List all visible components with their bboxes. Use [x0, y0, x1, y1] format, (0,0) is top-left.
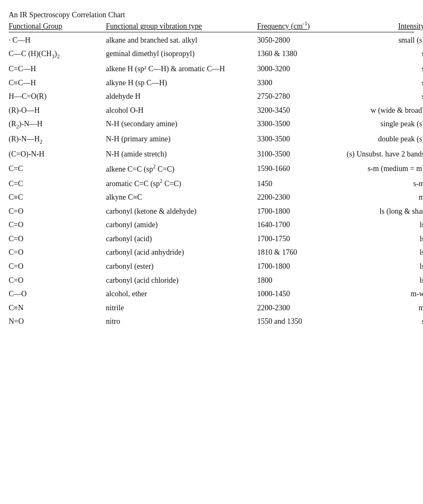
chart-title: An IR Spectroscopy Correlation Chart [9, 11, 414, 19]
intensity-cell: s [344, 64, 423, 74]
vibration-cell: alkene C=C (sp2 C=C) [106, 163, 257, 174]
fg-cell: C=C—H [9, 64, 106, 74]
header-intensity: Intensity [344, 22, 423, 31]
vibration-cell: alkane and branched sat. alkyl [106, 35, 257, 46]
table-row: N=O nitro 1550 and 1350 s [9, 315, 414, 329]
intensity-cell: w (wide & broad) [344, 105, 423, 116]
table-body: · C—H alkane and branched sat. alkyl 305… [9, 33, 414, 329]
table-row: C=C—H alkene H (sp² C—H) & aromatic C—H … [9, 62, 414, 76]
fg-cell: C=C [9, 164, 106, 174]
table-row: (R)-N—H2 N-H (primary amine) 3300-3500 d… [9, 132, 414, 147]
intensity-cell: ls [344, 275, 423, 286]
frequency-cell: 1000-1450 [257, 289, 344, 299]
vibration-cell: alkene H (sp² C—H) & aromatic C—H [106, 64, 257, 74]
frequency-cell: 2200-2300 [257, 303, 344, 314]
frequency-cell: 3050-2800 [257, 35, 344, 46]
vibration-cell: N-H (secondary amine) [106, 119, 257, 130]
table-header: Functional Group Functional group vibrat… [9, 21, 414, 32]
table-row: C—O alcohol, ether 1000-1450 m-w [9, 287, 414, 301]
header-fg: Functional Group [9, 22, 106, 31]
table-row: (C=O)-N-H N-H (amide stretch) 3100-3500 … [9, 147, 414, 161]
vibration-cell: carbonyl (ester) [106, 261, 257, 272]
fg-cell: (R2)-N—H [9, 119, 106, 131]
intensity-cell: small (s) [344, 35, 423, 46]
fg-cell: C=O [9, 261, 106, 272]
table-row: H—C=O(R) aldehyde H 2750-2780 s [9, 90, 414, 104]
vibration-cell: carbonyl (ketone & aldehyde) [106, 206, 257, 217]
frequency-cell: 3000-3200 [257, 64, 344, 74]
fg-cell: C—O [9, 289, 106, 299]
vibration-cell: carbonyl (acid) [106, 234, 257, 244]
frequency-cell: 1590-1660 [257, 164, 344, 174]
vibration-cell: alkyne H (sp C—H) [106, 78, 257, 88]
frequency-cell: 1700-1800 [257, 261, 344, 272]
table-row: C≡C alkyne C≡C 2200-2300 m [9, 190, 414, 205]
intensity-cell: s-m [344, 179, 423, 189]
header-freq: Frequency (cm-1) [257, 21, 344, 31]
intensity-cell: s [344, 78, 423, 88]
table-row: C=O carbonyl (ester) 1700-1800 ls [9, 260, 414, 274]
table-row: C=O carbonyl (amide) 1640-1700 ls [9, 218, 414, 232]
header-fgvt: Functional group vibration type [106, 22, 257, 31]
fg-cell: C=O [9, 247, 106, 258]
intensity-cell: ls [344, 220, 423, 230]
table-row: C≡C—H alkyne H (sp C—H) 3300 s [9, 76, 414, 90]
fg-cell: H—C=O(R) [9, 91, 106, 102]
frequency-cell: 1800 [257, 275, 344, 286]
fg-cell: C=O [9, 275, 106, 286]
vibration-cell: nitrile [106, 303, 257, 314]
vibration-cell: geminal dimethyl (isopropyl) [106, 49, 257, 59]
fg-cell: C=C [9, 179, 106, 189]
frequency-cell: 3300-3500 [257, 119, 344, 130]
vibration-cell: N-H (amide stretch) [106, 149, 257, 160]
intensity-cell: s [344, 316, 423, 327]
chart-container: An IR Spectroscopy Correlation Chart Fun… [9, 11, 414, 329]
table-row: (R2)-N—H N-H (secondary amine) 3300-3500… [9, 117, 414, 132]
table-row: C=C alkene C=C (sp2 C=C) 1590-1660 s-m (… [9, 161, 414, 176]
fg-cell: C—C (H)(CH3)2 [9, 49, 106, 60]
frequency-cell: 1640-1700 [257, 220, 344, 230]
vibration-cell: carbonyl (acid anhydride) [106, 247, 257, 258]
table-row: C=O carbonyl (ketone & aldehyde) 1700-18… [9, 205, 414, 219]
intensity-cell: s-m (medium = m) [344, 164, 423, 174]
fg-cell: C≡C [9, 192, 106, 203]
table-row: C=O carbonyl (acid chloride) 1800 ls [9, 274, 414, 288]
intensity-cell: ls [344, 234, 423, 244]
frequency-cell: 1810 & 1760 [257, 247, 344, 258]
fg-cell: C=O [9, 220, 106, 230]
intensity-cell: double peak (s) [344, 134, 423, 145]
fg-cell: (C=O)-N-H [9, 149, 106, 160]
frequency-cell: 3100-3500 [257, 149, 344, 160]
intensity-cell: m [344, 192, 423, 203]
vibration-cell: aldehyde H [106, 91, 257, 102]
vibration-cell: alcohol, ether [106, 289, 257, 299]
intensity-cell: ls [344, 261, 423, 272]
fg-cell: C≡N [9, 303, 106, 314]
frequency-cell: 1700-1800 [257, 206, 344, 217]
frequency-cell: 1450 [257, 179, 344, 189]
intensity-cell: (s) Unsubst. have 2 bands [344, 149, 423, 160]
intensity-cell: m-w [344, 289, 423, 299]
vibration-cell: N-H (primary amine) [106, 134, 257, 145]
frequency-cell: 3200-3450 [257, 105, 344, 116]
vibration-cell: aromatic C=C (sp2 C=C) [106, 178, 257, 189]
intensity-cell: single peak (s) [344, 119, 423, 130]
vibration-cell: carbonyl (amide) [106, 220, 257, 230]
table-row: C=O carbonyl (acid anhydride) 1810 & 176… [9, 246, 414, 260]
vibration-cell: alkyne C≡C [106, 192, 257, 203]
fg-cell: · C—H [9, 35, 106, 46]
intensity-cell: ls [344, 247, 423, 258]
frequency-cell: 2200-2300 [257, 192, 344, 203]
table-row: · C—H alkane and branched sat. alkyl 305… [9, 33, 414, 47]
fg-cell: C=O [9, 234, 106, 244]
frequency-cell: 2750-2780 [257, 91, 344, 102]
vibration-cell: alcohol O-H [106, 105, 257, 116]
table-row: C=O carbonyl (acid) 1700-1750 ls [9, 232, 414, 246]
fg-cell: C≡C—H [9, 78, 106, 88]
vibration-cell: carbonyl (acid chloride) [106, 275, 257, 286]
table-row: C=C aromatic C=C (sp2 C=C) 1450 s-m [9, 176, 414, 190]
frequency-cell: 1360 & 1380 [257, 49, 344, 59]
frequency-cell: 1700-1750 [257, 234, 344, 244]
vibration-cell: nitro [106, 316, 257, 327]
table-row: C≡N nitrile 2200-2300 m [9, 301, 414, 315]
